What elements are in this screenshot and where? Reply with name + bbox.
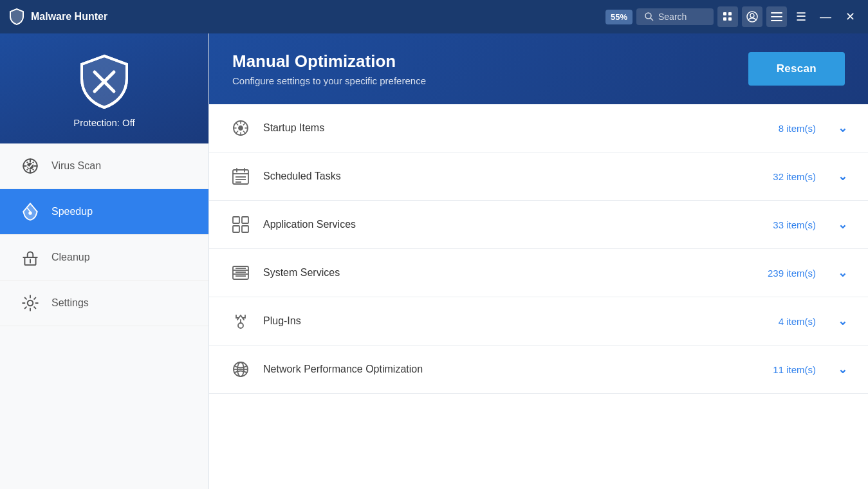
scheduled-tasks-label: Scheduled Tasks (263, 171, 761, 182)
shield-icon-wrap (75, 53, 133, 111)
sidebar-item-virus-scan[interactable]: Virus Scan (0, 143, 208, 189)
system-services-count: 239 item(s) (768, 268, 816, 279)
svg-point-20 (239, 126, 243, 130)
page-subtitle: Configure settings to your specific pref… (232, 75, 426, 86)
svg-rect-30 (233, 226, 239, 232)
sidebar: Protection: Off Virus Scan (0, 33, 209, 489)
scheduled-tasks-count: 32 item(s) (773, 171, 816, 182)
network-performance-icon (230, 358, 252, 380)
minimize-button[interactable]: — (815, 6, 836, 27)
profile-icon (746, 11, 758, 23)
speedup-label: Speedup (51, 206, 93, 217)
svg-line-1 (651, 18, 653, 21)
sidebar-item-speedup[interactable]: Speedup (0, 189, 208, 235)
page-title: Manual Optimization (232, 51, 426, 71)
content-header-text: Manual Optimization Configure settings t… (232, 51, 426, 86)
list-item[interactable]: Startup Items 8 item(s) ⌄ (209, 104, 868, 152)
svg-point-18 (28, 300, 33, 306)
system-services-icon (230, 262, 252, 284)
svg-rect-4 (723, 17, 726, 21)
svg-rect-31 (242, 226, 248, 232)
svg-point-0 (645, 13, 651, 19)
cleanup-icon (19, 246, 41, 268)
content-header: Manual Optimization Configure settings t… (209, 33, 868, 104)
plugins-icon (230, 310, 252, 332)
grid-icon-btn[interactable] (717, 6, 738, 27)
search-box[interactable]: Search (636, 8, 714, 25)
svg-rect-9 (771, 16, 782, 17)
svg-rect-8 (771, 12, 782, 14)
main-layout: Protection: Off Virus Scan (0, 33, 868, 489)
search-icon (644, 12, 654, 22)
application-services-count: 33 item(s) (773, 219, 816, 230)
sidebar-item-cleanup[interactable]: Cleanup (0, 235, 208, 281)
system-services-chevron[interactable]: ⌄ (838, 266, 847, 280)
list-item[interactable]: Plug-Ins 4 item(s) ⌄ (209, 297, 868, 346)
svg-point-38 (238, 323, 243, 328)
menu-icon-btn[interactable] (766, 6, 787, 27)
startup-items-label: Startup Items (263, 122, 767, 134)
title-bar-controls: 55% Search (605, 6, 860, 27)
hero-area: Protection: Off (0, 33, 208, 143)
rescan-button[interactable]: Rescan (748, 52, 845, 86)
scheduled-tasks-icon (230, 165, 252, 187)
plugins-label: Plug-Ins (263, 315, 767, 327)
menu-btn[interactable]: ☰ (791, 6, 811, 27)
svg-rect-10 (771, 20, 782, 21)
svg-rect-28 (233, 217, 239, 223)
network-performance-count: 11 item(s) (773, 364, 816, 375)
app-logo-icon (8, 8, 26, 26)
svg-rect-2 (723, 12, 726, 15)
svg-rect-29 (242, 217, 248, 223)
app-title: Malware Hunter (31, 11, 107, 23)
app-logo: Malware Hunter (8, 8, 107, 26)
speedup-icon (19, 201, 41, 223)
svg-rect-5 (728, 17, 732, 21)
close-button[interactable]: ✕ (840, 6, 860, 27)
list-item[interactable]: System Services 239 item(s) ⌄ (209, 249, 868, 297)
application-services-label: Application Services (263, 219, 761, 230)
search-label: Search (658, 12, 687, 22)
list-item[interactable]: Application Services 33 item(s) ⌄ (209, 201, 868, 249)
items-list: Startup Items 8 item(s) ⌄ (209, 104, 868, 489)
network-performance-chevron[interactable]: ⌄ (838, 362, 847, 376)
percent-badge: 55% (605, 10, 633, 24)
content-area: Manual Optimization Configure settings t… (209, 33, 868, 489)
shield-icon (75, 53, 133, 111)
network-performance-label: Network Performance Optimization (263, 364, 761, 375)
virus-scan-icon (19, 155, 41, 177)
application-services-chevron[interactable]: ⌄ (838, 217, 847, 232)
profile-icon-btn[interactable] (742, 6, 762, 27)
svg-point-7 (750, 14, 754, 17)
title-bar: Malware Hunter 55% Search (0, 0, 868, 33)
virus-scan-label: Virus Scan (51, 160, 101, 172)
plugins-chevron[interactable]: ⌄ (838, 314, 847, 328)
svg-rect-3 (728, 12, 732, 15)
application-services-icon (230, 214, 252, 235)
cleanup-label: Cleanup (51, 252, 90, 263)
startup-items-count: 8 item(s) (779, 123, 816, 134)
sidebar-item-settings[interactable]: Settings (0, 281, 208, 326)
plugins-count: 4 item(s) (779, 316, 816, 327)
settings-label: Settings (51, 297, 89, 309)
list-item[interactable]: Network Performance Optimization 11 item… (209, 346, 868, 394)
grid-icon (723, 12, 733, 22)
protection-status: Protection: Off (73, 117, 135, 128)
system-services-label: System Services (263, 267, 756, 279)
hamburger-icon (771, 12, 782, 21)
settings-icon (19, 292, 41, 314)
startup-items-icon (230, 117, 252, 139)
startup-items-chevron[interactable]: ⌄ (838, 121, 847, 135)
list-item[interactable]: Scheduled Tasks 32 item(s) ⌄ (209, 152, 868, 201)
scheduled-tasks-chevron[interactable]: ⌄ (838, 169, 847, 183)
